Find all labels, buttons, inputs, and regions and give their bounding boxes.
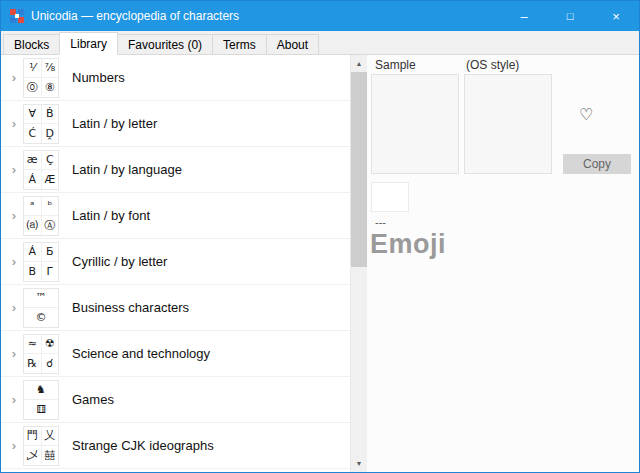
category-label: Latin / by font	[72, 208, 150, 223]
minimize-button[interactable]: –	[501, 1, 547, 31]
scroll-down-button[interactable]: ▼	[351, 455, 367, 472]
category-glyph: ☌	[42, 354, 59, 373]
category-glyph: 乂	[42, 427, 59, 446]
tab-library[interactable]: Library	[59, 32, 118, 55]
app-window: Unicodia — encyclopedia of characters – …	[0, 0, 640, 473]
sample-label: Sample	[375, 58, 416, 72]
category-glyph: В	[24, 262, 41, 281]
category-icon: ⱯḂĆḒ	[23, 104, 59, 144]
category-label: Strange CJK ideographs	[72, 438, 214, 453]
window-title: Unicodia — encyclopedia of characters	[31, 9, 239, 23]
close-button[interactable]: ×	[593, 1, 639, 31]
tabbar: Blocks Library Favourites (0) Terms Abou…	[1, 31, 639, 55]
sample-box-os	[464, 74, 552, 174]
category-icon: ♞⚅	[23, 380, 59, 420]
category-glyph: ♞	[24, 381, 58, 400]
category-glyph: ᵃ	[24, 197, 41, 216]
tree-row-games[interactable]: › ♞⚅ Games	[1, 377, 350, 423]
category-glyph: Ḃ	[42, 105, 59, 124]
category-icon: ≈☢℞☌	[23, 334, 59, 374]
category-glyph: Æ	[42, 170, 59, 189]
block-title: Emoji	[370, 229, 446, 260]
tab-blocks[interactable]: Blocks	[3, 34, 60, 55]
category-label: Numbers	[72, 70, 125, 85]
os-style-label: (OS style)	[466, 58, 519, 72]
category-glyph: Á	[24, 243, 41, 262]
chevron-right-icon[interactable]: ›	[5, 71, 23, 84]
scroll-thumb[interactable]	[351, 72, 367, 267]
chevron-right-icon[interactable]: ›	[5, 209, 23, 222]
chevron-right-icon[interactable]: ›	[5, 439, 23, 452]
category-glyph: ℞	[24, 354, 41, 373]
category-glyph: ≈	[24, 335, 41, 354]
category-glyph: 門	[24, 427, 41, 446]
tab-label: Library	[70, 37, 107, 51]
category-label: Science and technology	[72, 346, 210, 361]
category-glyph: ⚅	[24, 400, 58, 419]
category-icon: ᵃᵇ⒜Ⓐ	[23, 196, 59, 236]
maximize-button[interactable]: □	[547, 1, 593, 31]
category-glyph: ⅞	[42, 59, 59, 78]
category-glyph: Ç	[42, 151, 59, 170]
app-icon	[9, 8, 25, 24]
category-glyph: ⅟	[24, 59, 41, 78]
tab-favourites[interactable]: Favourites (0)	[117, 34, 213, 55]
category-glyph: ⓪	[24, 78, 41, 97]
chevron-right-icon[interactable]: ›	[5, 347, 23, 360]
tree-row-cjk[interactable]: › 門乂乄囍 Strange CJK ideographs	[1, 423, 350, 469]
tree-row-latin-by-letter[interactable]: › ⱯḂĆḒ Latin / by letter	[1, 101, 350, 147]
category-glyph: Ć	[24, 124, 41, 143]
category-glyph: Ⓐ	[42, 216, 59, 235]
category-glyph: Г	[42, 262, 59, 281]
sample-caption-dashes: ---	[375, 216, 386, 228]
tree-row-latin-by-font[interactable]: › ᵃᵇ⒜Ⓐ Latin / by font	[1, 193, 350, 239]
category-label: Latin / by letter	[72, 116, 157, 131]
chevron-right-icon[interactable]: ›	[5, 393, 23, 406]
category-label: Cyrillic / by letter	[72, 254, 167, 269]
category-glyph: Ɐ	[24, 105, 41, 124]
tree-row-business[interactable]: › ™© Business characters	[1, 285, 350, 331]
scroll-track[interactable]	[351, 72, 367, 455]
tab-label: Terms	[223, 38, 256, 52]
category-label: Games	[72, 392, 114, 407]
category-glyph: ᵇ	[42, 197, 59, 216]
copy-button[interactable]: Copy	[563, 154, 631, 174]
detail-panel: Sample (OS style) ♡ Copy --- Emoji	[367, 55, 639, 472]
sample-box-app	[371, 74, 459, 174]
scroll-up-button[interactable]: ▲	[351, 55, 367, 72]
chevron-right-icon[interactable]: ›	[5, 301, 23, 314]
tree-row-cyrillic-by-letter[interactable]: › ÁБВГ Cyrillic / by letter	[1, 239, 350, 285]
character-tree: › ⅟⅞⓪⑧ Numbers › ⱯḂĆḒ Latin / by letter …	[1, 55, 350, 472]
category-icon: 門乂乄囍	[23, 426, 59, 466]
category-glyph: ☢	[42, 335, 59, 354]
background-swatch[interactable]	[371, 182, 409, 212]
tab-label: Favourites (0)	[128, 38, 202, 52]
category-label: Latin / by language	[72, 162, 182, 177]
category-icon: ⅟⅞⓪⑧	[23, 58, 59, 98]
category-glyph: ⒜	[24, 216, 41, 235]
category-icon: æÇÁÆ	[23, 150, 59, 190]
main-area: › ⅟⅞⓪⑧ Numbers › ⱯḂĆḒ Latin / by letter …	[1, 55, 639, 472]
category-glyph: ©	[24, 308, 58, 327]
favourite-heart-button[interactable]: ♡	[579, 105, 593, 124]
tree-row-numbers[interactable]: › ⅟⅞⓪⑧ Numbers	[1, 55, 350, 101]
tree-row-latin-by-language[interactable]: › æÇÁÆ Latin / by language	[1, 147, 350, 193]
category-glyph: ⑧	[42, 78, 59, 97]
chevron-right-icon[interactable]: ›	[5, 117, 23, 130]
tree-row-science[interactable]: › ≈☢℞☌ Science and technology	[1, 331, 350, 377]
tab-terms[interactable]: Terms	[212, 34, 267, 55]
tree-scrollbar[interactable]: ▲ ▼	[350, 55, 367, 472]
chevron-right-icon[interactable]: ›	[5, 255, 23, 268]
category-glyph: ™	[24, 289, 58, 308]
category-glyph: 乄	[24, 446, 41, 465]
category-glyph: Ḓ	[42, 124, 59, 143]
category-glyph: 囍	[42, 446, 59, 465]
chevron-right-icon[interactable]: ›	[5, 163, 23, 176]
category-icon: ÁБВГ	[23, 242, 59, 282]
tab-about[interactable]: About	[266, 34, 319, 55]
window-controls: – □ ×	[501, 1, 639, 31]
tab-label: About	[277, 38, 308, 52]
category-icon: ™©	[23, 288, 59, 328]
category-glyph: Б	[42, 243, 59, 262]
category-label: Business characters	[72, 300, 189, 315]
